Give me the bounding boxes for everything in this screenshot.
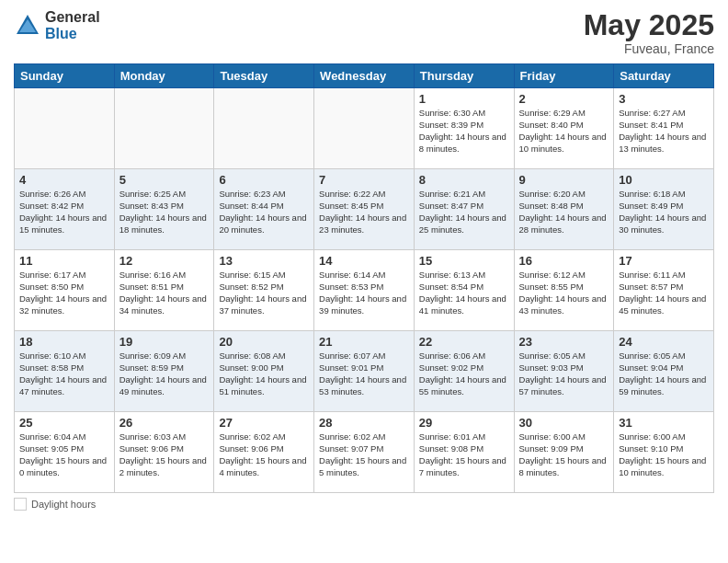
day-cell: 16Sunrise: 6:12 AM Sunset: 8:55 PM Dayli…	[514, 250, 614, 331]
day-cell: 3Sunrise: 6:27 AM Sunset: 8:41 PM Daylig…	[614, 88, 714, 169]
day-info: Sunrise: 6:09 AM Sunset: 8:59 PM Dayligh…	[119, 350, 210, 397]
logo-icon	[14, 12, 41, 40]
day-info: Sunrise: 6:18 AM Sunset: 8:49 PM Dayligh…	[619, 189, 709, 236]
week-row: 25Sunrise: 6:04 AM Sunset: 9:05 PM Dayli…	[15, 412, 714, 493]
day-info: Sunrise: 6:29 AM Sunset: 8:40 PM Dayligh…	[519, 108, 609, 155]
day-info: Sunrise: 6:05 AM Sunset: 9:04 PM Dayligh…	[619, 350, 709, 397]
day-number: 17	[619, 254, 709, 268]
day-info: Sunrise: 6:00 AM Sunset: 9:09 PM Dayligh…	[519, 431, 609, 478]
day-number: 22	[419, 335, 509, 349]
day-number: 21	[319, 335, 409, 349]
day-number: 5	[119, 173, 210, 187]
page: General Blue May 2025 Fuveau, France Sun…	[0, 0, 728, 563]
title-section: May 2025 Fuveau, France	[584, 9, 714, 56]
day-header: Saturday	[614, 64, 714, 88]
day-number: 6	[219, 173, 309, 187]
day-info: Sunrise: 6:13 AM Sunset: 8:54 PM Dayligh…	[419, 270, 509, 316]
day-number: 20	[219, 335, 309, 349]
day-info: Sunrise: 6:25 AM Sunset: 8:43 PM Dayligh…	[119, 189, 210, 236]
day-info: Sunrise: 6:22 AM Sunset: 8:45 PM Dayligh…	[319, 189, 409, 236]
day-cell: 30Sunrise: 6:00 AM Sunset: 9:09 PM Dayli…	[514, 412, 614, 493]
day-cell: 10Sunrise: 6:18 AM Sunset: 8:49 PM Dayli…	[614, 169, 714, 250]
day-info: Sunrise: 6:30 AM Sunset: 8:39 PM Dayligh…	[419, 108, 509, 155]
day-number: 18	[19, 335, 109, 349]
day-info: Sunrise: 6:08 AM Sunset: 9:00 PM Dayligh…	[219, 350, 309, 397]
day-header: Friday	[514, 64, 614, 88]
day-info: Sunrise: 6:23 AM Sunset: 8:44 PM Dayligh…	[219, 189, 309, 236]
day-number: 30	[519, 416, 609, 430]
day-header: Sunday	[15, 64, 115, 88]
day-info: Sunrise: 6:27 AM Sunset: 8:41 PM Dayligh…	[619, 108, 709, 155]
day-cell: 18Sunrise: 6:10 AM Sunset: 8:58 PM Dayli…	[15, 331, 115, 412]
day-cell: 8Sunrise: 6:21 AM Sunset: 8:47 PM Daylig…	[414, 169, 514, 250]
day-header: Monday	[114, 64, 214, 88]
day-number: 14	[319, 254, 409, 268]
day-number: 13	[219, 254, 309, 268]
logo: General Blue	[14, 9, 100, 41]
day-cell: 29Sunrise: 6:01 AM Sunset: 9:08 PM Dayli…	[414, 412, 514, 493]
header: General Blue May 2025 Fuveau, France	[14, 9, 714, 56]
day-cell: 23Sunrise: 6:05 AM Sunset: 9:03 PM Dayli…	[514, 331, 614, 412]
day-info: Sunrise: 6:20 AM Sunset: 8:48 PM Dayligh…	[519, 189, 609, 236]
day-number: 19	[119, 335, 210, 349]
day-info: Sunrise: 6:17 AM Sunset: 8:50 PM Dayligh…	[19, 270, 109, 316]
day-number: 25	[19, 416, 109, 430]
day-info: Sunrise: 6:11 AM Sunset: 8:57 PM Dayligh…	[619, 270, 709, 316]
day-info: Sunrise: 6:03 AM Sunset: 9:06 PM Dayligh…	[119, 431, 210, 478]
day-cell: 14Sunrise: 6:14 AM Sunset: 8:53 PM Dayli…	[314, 250, 415, 331]
day-cell: 15Sunrise: 6:13 AM Sunset: 8:54 PM Dayli…	[414, 250, 514, 331]
logo-text: General Blue	[45, 9, 100, 41]
day-info: Sunrise: 6:01 AM Sunset: 9:08 PM Dayligh…	[419, 431, 509, 478]
day-number: 7	[319, 173, 409, 187]
logo-blue: Blue	[45, 26, 100, 42]
day-number: 31	[619, 416, 709, 430]
day-number: 16	[519, 254, 609, 268]
day-info: Sunrise: 6:26 AM Sunset: 8:42 PM Dayligh…	[19, 189, 109, 236]
day-info: Sunrise: 6:00 AM Sunset: 9:10 PM Dayligh…	[619, 431, 709, 478]
footer: Daylight hours	[14, 498, 714, 511]
day-number: 3	[619, 92, 709, 106]
day-cell: 13Sunrise: 6:15 AM Sunset: 8:52 PM Dayli…	[214, 250, 314, 331]
day-info: Sunrise: 6:06 AM Sunset: 9:02 PM Dayligh…	[419, 350, 509, 397]
day-cell: 31Sunrise: 6:00 AM Sunset: 9:10 PM Dayli…	[614, 412, 714, 493]
day-cell: 25Sunrise: 6:04 AM Sunset: 9:05 PM Dayli…	[15, 412, 115, 493]
day-cell: 5Sunrise: 6:25 AM Sunset: 8:43 PM Daylig…	[114, 169, 214, 250]
logo-general: General	[45, 9, 100, 26]
day-info: Sunrise: 6:10 AM Sunset: 8:58 PM Dayligh…	[19, 350, 109, 397]
day-cell: 17Sunrise: 6:11 AM Sunset: 8:57 PM Dayli…	[614, 250, 714, 331]
footer-label: Daylight hours	[31, 499, 96, 510]
calendar: SundayMondayTuesdayWednesdayThursdayFrid…	[14, 63, 714, 493]
day-cell: 24Sunrise: 6:05 AM Sunset: 9:04 PM Dayli…	[614, 331, 714, 412]
day-header: Wednesday	[314, 64, 415, 88]
day-number: 1	[419, 92, 509, 106]
day-number: 12	[119, 254, 210, 268]
footer-box	[14, 498, 27, 511]
day-cell	[314, 88, 415, 169]
day-info: Sunrise: 6:02 AM Sunset: 9:06 PM Dayligh…	[219, 431, 309, 478]
day-cell: 9Sunrise: 6:20 AM Sunset: 8:48 PM Daylig…	[514, 169, 614, 250]
day-cell: 19Sunrise: 6:09 AM Sunset: 8:59 PM Dayli…	[114, 331, 214, 412]
day-number: 2	[519, 92, 609, 106]
day-number: 24	[619, 335, 709, 349]
day-info: Sunrise: 6:14 AM Sunset: 8:53 PM Dayligh…	[319, 270, 409, 316]
day-header: Tuesday	[214, 64, 314, 88]
day-number: 8	[419, 173, 509, 187]
day-cell: 2Sunrise: 6:29 AM Sunset: 8:40 PM Daylig…	[514, 88, 614, 169]
day-number: 23	[519, 335, 609, 349]
day-number: 10	[619, 173, 709, 187]
week-row: 1Sunrise: 6:30 AM Sunset: 8:39 PM Daylig…	[15, 88, 714, 169]
day-cell: 11Sunrise: 6:17 AM Sunset: 8:50 PM Dayli…	[15, 250, 115, 331]
day-info: Sunrise: 6:16 AM Sunset: 8:51 PM Dayligh…	[119, 270, 210, 316]
day-cell: 21Sunrise: 6:07 AM Sunset: 9:01 PM Dayli…	[314, 331, 415, 412]
day-number: 11	[19, 254, 109, 268]
day-cell: 7Sunrise: 6:22 AM Sunset: 8:45 PM Daylig…	[314, 169, 415, 250]
day-info: Sunrise: 6:05 AM Sunset: 9:03 PM Dayligh…	[519, 350, 609, 397]
day-info: Sunrise: 6:15 AM Sunset: 8:52 PM Dayligh…	[219, 270, 309, 316]
day-number: 29	[419, 416, 509, 430]
day-cell: 4Sunrise: 6:26 AM Sunset: 8:42 PM Daylig…	[15, 169, 115, 250]
day-cell: 28Sunrise: 6:02 AM Sunset: 9:07 PM Dayli…	[314, 412, 415, 493]
day-number: 28	[319, 416, 409, 430]
day-info: Sunrise: 6:12 AM Sunset: 8:55 PM Dayligh…	[519, 270, 609, 316]
day-cell: 1Sunrise: 6:30 AM Sunset: 8:39 PM Daylig…	[414, 88, 514, 169]
day-info: Sunrise: 6:21 AM Sunset: 8:47 PM Dayligh…	[419, 189, 509, 236]
